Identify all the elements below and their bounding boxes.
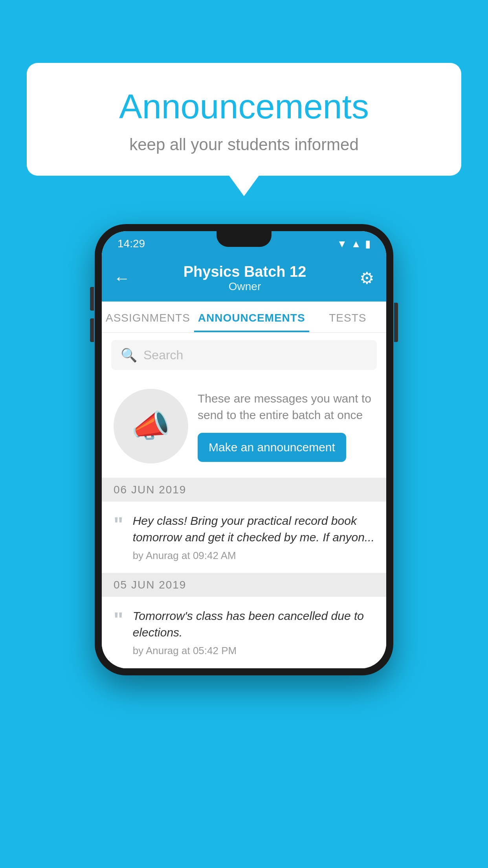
- header-title: Physics Batch 12: [183, 263, 306, 280]
- back-button[interactable]: ←: [114, 269, 130, 288]
- promo-description: These are messages you want to send to t…: [198, 390, 374, 423]
- tab-bar: ASSIGNMENTS ANNOUNCEMENTS TESTS: [102, 302, 386, 333]
- announcement-item-2[interactable]: " Tomorrow's class has been cancelled du…: [102, 597, 386, 668]
- promo-content: These are messages you want to send to t…: [198, 390, 374, 462]
- announcement-content-2: Tomorrow's class has been cancelled due …: [133, 608, 374, 657]
- header-center: Physics Batch 12 Owner: [183, 263, 306, 293]
- volume-button-2[interactable]: [90, 318, 94, 342]
- date-separator-2: 05 JUN 2019: [102, 573, 386, 597]
- promo-section: 📣 These are messages you want to send to…: [102, 377, 386, 478]
- make-announcement-button[interactable]: Make an announcement: [198, 433, 346, 462]
- quote-icon-2: ": [114, 609, 123, 630]
- tab-assignments[interactable]: ASSIGNMENTS: [102, 302, 194, 332]
- status-icons: ▼ ▲ ▮: [337, 238, 371, 250]
- tab-tests[interactable]: TESTS: [309, 302, 386, 332]
- gear-icon[interactable]: ⚙: [360, 268, 374, 288]
- phone-notch: [216, 231, 272, 247]
- search-icon: 🔍: [121, 347, 137, 363]
- phone-container: 14:29 ▼ ▲ ▮ ← Physics Batch 12 Owner ⚙ A…: [95, 224, 393, 675]
- power-button[interactable]: [394, 303, 398, 342]
- bubble-subtitle: keep all your students informed: [46, 135, 442, 154]
- status-time: 14:29: [117, 237, 145, 250]
- announcement-item-1[interactable]: " Hey class! Bring your practical record…: [102, 502, 386, 573]
- megaphone-circle: 📣: [114, 389, 188, 463]
- announcement-text-2: Tomorrow's class has been cancelled due …: [133, 608, 374, 641]
- app-header: ← Physics Batch 12 Owner ⚙: [102, 256, 386, 302]
- wifi-icon: ▼: [337, 238, 347, 250]
- signal-icon: ▲: [351, 238, 361, 250]
- battery-icon: ▮: [365, 238, 371, 250]
- announcement-content-1: Hey class! Bring your practical record b…: [133, 513, 374, 562]
- date-separator-1: 06 JUN 2019: [102, 478, 386, 502]
- speech-bubble: Announcements keep all your students inf…: [27, 63, 461, 176]
- volume-button-1[interactable]: [90, 287, 94, 311]
- search-container: 🔍 Search: [102, 333, 386, 377]
- header-subtitle: Owner: [183, 280, 306, 293]
- phone-outer: 14:29 ▼ ▲ ▮ ← Physics Batch 12 Owner ⚙ A…: [95, 224, 393, 675]
- announcement-meta-1: by Anurag at 09:42 AM: [133, 550, 374, 562]
- status-bar: 14:29 ▼ ▲ ▮: [102, 231, 386, 256]
- announcement-text-1: Hey class! Bring your practical record b…: [133, 513, 374, 546]
- quote-icon-1: ": [114, 514, 123, 535]
- announcement-meta-2: by Anurag at 05:42 PM: [133, 645, 374, 657]
- tab-announcements[interactable]: ANNOUNCEMENTS: [194, 302, 309, 332]
- speech-bubble-container: Announcements keep all your students inf…: [27, 63, 461, 176]
- phone-screen: 14:29 ▼ ▲ ▮ ← Physics Batch 12 Owner ⚙ A…: [102, 231, 386, 668]
- bubble-title: Announcements: [46, 86, 442, 127]
- search-placeholder: Search: [143, 348, 183, 362]
- megaphone-icon: 📣: [131, 408, 171, 445]
- search-bar[interactable]: 🔍 Search: [111, 340, 377, 370]
